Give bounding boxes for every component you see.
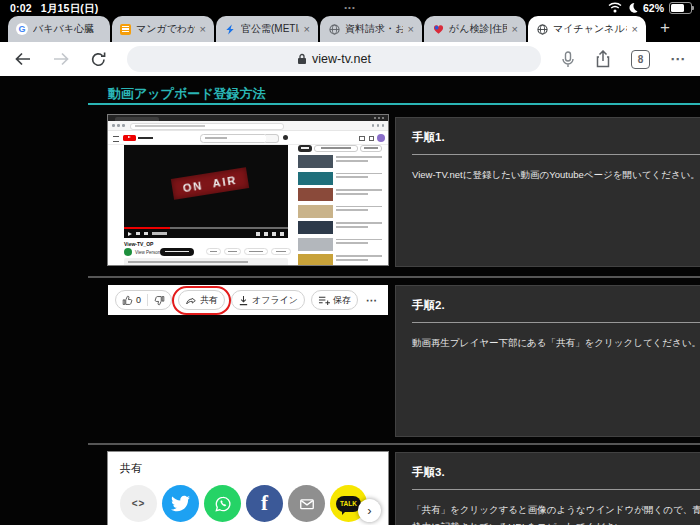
date: 1月15日(日)	[41, 2, 99, 16]
google-favicon: G	[16, 23, 28, 35]
web-page: 動画アップボード登録方法 ON AIR	[0, 76, 700, 525]
back-icon[interactable]	[14, 51, 32, 67]
yt-mic-icon	[283, 135, 288, 140]
step3-share-dialog-screenshot: 共有 <> f TALK 埋め込む Twitter	[108, 452, 388, 525]
facebook-f: f	[261, 491, 268, 516]
tab-shiryou[interactable]: 資料請求・お問い ×	[320, 16, 422, 42]
tab-strip: G バキバキ心臓 マンガでわかる × 官公需(METI/経 × 資料請求・お問い…	[0, 16, 700, 42]
bolt-favicon	[224, 23, 236, 35]
heart-favicon	[432, 23, 444, 35]
tab-gankenshin[interactable]: がん検診|住民の ×	[424, 16, 526, 42]
yt-sidebar	[298, 145, 382, 265]
step3-body: 「共有」をクリックすると画像のようなウインドウが開くので、青枠内に記載されている…	[412, 501, 700, 525]
clock: 0:02	[10, 2, 32, 16]
title-underline	[88, 103, 700, 105]
close-tab-icon[interactable]: ×	[304, 23, 310, 35]
menu-icon[interactable]: ⋯	[670, 50, 686, 68]
url-text: view-tv.net	[312, 52, 371, 66]
like-dislike-pill: 0	[115, 290, 172, 310]
divider	[412, 489, 700, 490]
doc-favicon	[120, 24, 131, 35]
yt-header	[108, 131, 388, 145]
address-bar[interactable]: view-tv.net	[127, 46, 541, 72]
email-icon[interactable]	[288, 485, 325, 522]
browser-toolbar: view-tv.net 8 ⋯	[0, 42, 700, 76]
yt-time	[152, 232, 167, 234]
next-arrow-button[interactable]: ›	[358, 499, 381, 522]
download-icon	[238, 295, 249, 306]
close-tab-icon[interactable]: ×	[200, 23, 206, 35]
twitter-icon[interactable]	[162, 485, 199, 522]
yt-avatar	[377, 134, 385, 142]
page-title: 動画アップボード登録方法	[108, 85, 266, 103]
offline-label: オフライン	[252, 294, 298, 307]
thumbs-down-icon	[154, 295, 165, 306]
yt-video-title: View-TV_OP	[124, 241, 153, 247]
tab-mychannel-active[interactable]: マイチャンネルを ×	[528, 16, 646, 42]
new-tab-button[interactable]: +	[660, 18, 670, 38]
yt-sidebar-thumbnail-row[interactable]	[298, 172, 382, 185]
gesture-dots: •••	[344, 3, 355, 12]
close-tab-icon[interactable]: ×	[512, 23, 518, 35]
section-separator	[88, 276, 700, 278]
whatsapp-icon[interactable]	[204, 485, 241, 522]
tab-count-button[interactable]: 8	[631, 50, 650, 69]
globe-favicon	[536, 23, 548, 35]
wifi-icon	[608, 2, 622, 13]
embed-icon[interactable]: <>	[120, 485, 157, 522]
mic-icon[interactable]	[561, 51, 575, 68]
yt-sidebar-thumbnail-row[interactable]	[298, 254, 382, 265]
close-tab-icon[interactable]: ×	[632, 23, 638, 35]
share-arrow-icon	[185, 295, 197, 306]
facebook-icon[interactable]: f	[246, 485, 283, 522]
tab-bakibaki[interactable]: G バキバキ心臓	[8, 16, 110, 42]
yt-sidebar-thumbnail-row[interactable]	[298, 221, 382, 234]
thumbs-up-icon	[122, 295, 133, 306]
step1-panel: 手順1. View-TV.netに登録したい動画のYoutubeページを開いてく…	[395, 117, 700, 267]
tab-meti[interactable]: 官公需(METI/経 ×	[216, 16, 318, 42]
globe-favicon	[328, 23, 340, 35]
share-label: 共有	[200, 294, 218, 307]
yt-channel-avatar	[124, 248, 132, 256]
yt-video-player: ON AIR	[124, 145, 288, 238]
forward-icon[interactable]	[52, 51, 70, 67]
reload-icon[interactable]	[90, 51, 107, 68]
step2-sharebar-screenshot: 0 共有 オフライン 保存 ⋯	[108, 285, 388, 315]
divider	[412, 154, 700, 155]
divider	[412, 322, 700, 323]
like-count: 0	[136, 295, 141, 305]
save-button[interactable]: 保存	[311, 290, 358, 310]
yt-sidebar-thumbnail-row[interactable]	[298, 205, 382, 218]
share-icon[interactable]	[595, 50, 611, 68]
youtube-logo-text	[138, 137, 153, 139]
playlist-add-icon	[318, 295, 330, 306]
hamburger-icon	[113, 136, 119, 142]
youtube-logo	[123, 135, 136, 141]
yt-progress-bar	[124, 227, 170, 229]
yt-subscribe-button	[160, 248, 194, 256]
tab-manga[interactable]: マンガでわかる ×	[112, 16, 214, 42]
battery-icon	[669, 2, 692, 15]
yt-sidebar-thumbnail-row[interactable]	[298, 188, 382, 201]
yt-sidebar-thumbnail-row[interactable]	[298, 155, 382, 168]
yt-sidebar-thumbnail-row[interactable]	[298, 238, 382, 251]
step3-panel: 手順3. 「共有」をクリックすると画像のようなウインドウが開くので、青枠内に記載…	[395, 452, 700, 525]
save-label: 保存	[333, 294, 351, 307]
yt-channel-name: View Person	[135, 250, 160, 255]
ipad-screen: 0:02 1月15日(日) ••• 62% G バキバキ心臓 マンガでわかる ×…	[0, 0, 700, 525]
yt-search-input	[200, 134, 268, 143]
step1-body: View-TV.netに登録したい動画のYoutubeページを開いてください。	[412, 166, 700, 183]
step1-heading: 手順1.	[412, 130, 700, 145]
lock-icon	[297, 53, 307, 65]
step1-youtube-screenshot: ON AIR View-TV_OP View Person	[108, 115, 388, 265]
yt-play-icon	[128, 232, 132, 236]
step2-panel: 手順2. 動画再生プレイヤー下部にある「共有」をクリックしてください。	[395, 285, 700, 437]
status-bar: 0:02 1月15日(日) ••• 62%	[0, 0, 700, 16]
moon-icon	[627, 2, 638, 13]
more-actions-icon[interactable]: ⋯	[366, 294, 378, 307]
offline-button[interactable]: オフライン	[231, 290, 305, 310]
share-button[interactable]: 共有	[178, 290, 225, 310]
close-tab-icon[interactable]: ×	[408, 23, 414, 35]
step3-heading: 手順3.	[412, 465, 700, 480]
on-air-banner: ON AIR	[171, 167, 249, 200]
